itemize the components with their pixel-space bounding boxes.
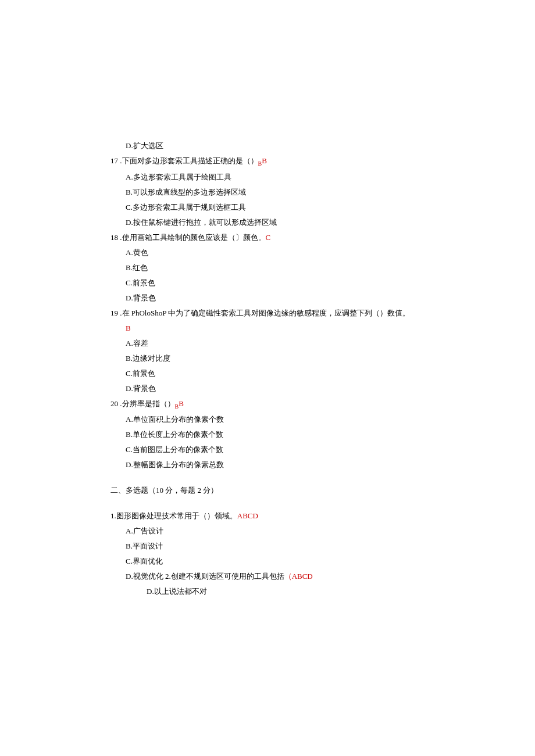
q17-number: 17 <box>110 156 118 165</box>
q18-option-c: C.前景色 <box>126 275 483 291</box>
q17-answer: B <box>262 156 267 165</box>
q17-text: .下面对多边形套索工具描述正确的是（） <box>118 156 258 165</box>
mq1-option-a: A.广告设计 <box>126 524 483 539</box>
q19-answer: B <box>126 321 483 336</box>
q17-option-c: C.多边形套索工具属于规则选框工具 <box>126 200 483 215</box>
q19-number: 19 <box>110 309 118 317</box>
q19-option-d: D.背景色 <box>126 381 483 396</box>
q20-option-b: B.单位长度上分布的像素个数 <box>126 427 483 442</box>
q18-option-b: B.红色 <box>126 260 483 275</box>
q19-option-a: A.容差 <box>126 336 483 351</box>
q20-answer: B <box>179 399 184 408</box>
mq1-option-d-paren: （ <box>284 572 292 581</box>
mq1-number: 1. <box>110 511 116 520</box>
q20-option-c: C.当前图层上分布的像素个数 <box>126 442 483 457</box>
q19-option-b: B.边缘对比度 <box>126 351 483 366</box>
q19-text: .在 PhOloShoP 中为了确定磁性套索工具对图像边缘的敏感程度，应调整下列… <box>118 309 410 317</box>
q20-number: 20 <box>110 399 118 408</box>
q17-option-d: D.按住鼠标键进行拖拉，就可以形成选择区域 <box>126 215 483 230</box>
q18-answer: C <box>266 233 271 242</box>
mq1-line: 1.图形图像处理技术常用于（）领域。ABCD <box>110 508 483 524</box>
q18-text: .使用画箱工具绘制的颜色应该是（〕颜色。 <box>118 233 266 242</box>
q18-option-d: D.背景色 <box>126 291 483 306</box>
mq1-text: 图形图像处理技术常用于（）领域。 <box>116 511 237 520</box>
mq1-answer: ABCD <box>237 511 258 520</box>
q18-option-a: A.黄色 <box>126 245 483 260</box>
q20-line: 20 .分辨率是指（）BB <box>110 396 483 413</box>
section-2-heading: 二、多选题（10 分，每题 2 分） <box>110 483 483 498</box>
q17-option-b: B.可以形成直线型的多边形选择区域 <box>126 185 483 200</box>
mq1-option-d: D.视觉优化 2.创建不规则选区可使用的工具包括（ABCD <box>126 569 483 584</box>
mq1-option-b: B.平面设计 <box>126 539 483 554</box>
q17-option-a: A.多边形套索工具属于绘图工具 <box>126 170 483 185</box>
q16-option-d: D.扩大选区 <box>126 138 483 153</box>
q19-option-c: C.前景色 <box>126 366 483 381</box>
mq1-option-c: C.界面优化 <box>126 554 483 569</box>
q18-line: 18 .使用画箱工具绘制的颜色应该是（〕颜色。C <box>110 230 483 245</box>
q20-option-d: D.整幅图像上分布的像素总数 <box>126 457 483 472</box>
document-page: D.扩大选区 17 .下面对多边形套索工具描述正确的是（）BB A.多边形套索工… <box>0 0 535 704</box>
q20-option-a: A.单位面积上分布的像素个数 <box>126 412 483 427</box>
q18-number: 18 <box>110 233 118 242</box>
q19-line: 19 .在 PhOloShoP 中为了确定磁性套索工具对图像边缘的敏感程度，应调… <box>110 306 483 321</box>
mq1-sub-option-d: D.以上说法都不对 <box>147 584 483 599</box>
q20-text: .分辨率是指（） <box>118 399 175 408</box>
mq1-option-d-answer: ABCD <box>292 572 313 581</box>
mq1-option-d-prefix: D.视觉优化 2.创建不规则选区可使用的工具包括 <box>126 572 284 581</box>
q17-line: 17 .下面对多边形套索工具描述正确的是（）BB <box>110 153 483 170</box>
